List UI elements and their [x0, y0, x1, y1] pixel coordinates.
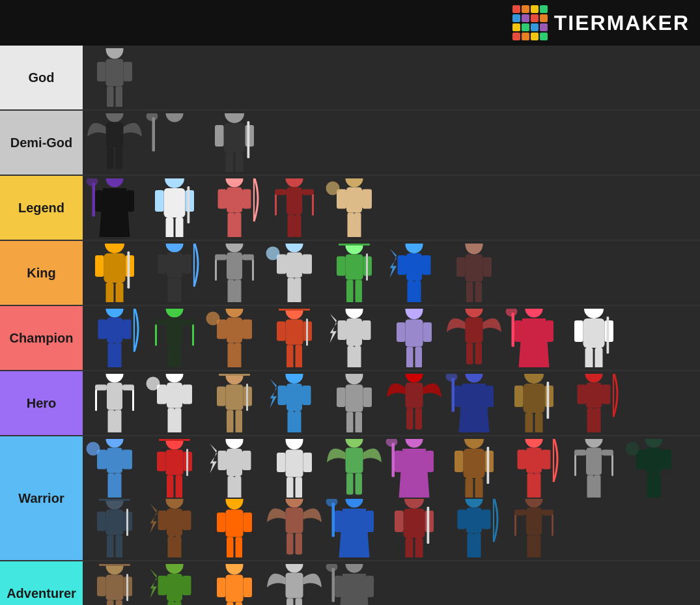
- character-slot[interactable]: [145, 499, 204, 557]
- character-slot[interactable]: [325, 309, 384, 367]
- character-slot[interactable]: [205, 499, 264, 557]
- character-slot[interactable]: [445, 499, 503, 557]
- character-slot[interactable]: [85, 309, 144, 367]
- svg-rect-255: [356, 473, 363, 495]
- character-slot[interactable]: [145, 374, 204, 432]
- svg-rect-144: [406, 320, 423, 347]
- character-slot[interactable]: [145, 178, 204, 237]
- character-slot[interactable]: [205, 374, 264, 432]
- svg-rect-74: [242, 255, 254, 260]
- svg-rect-313: [287, 533, 294, 555]
- character-slot[interactable]: [385, 374, 443, 432]
- svg-rect-251: [296, 477, 303, 498]
- character-slot[interactable]: [265, 244, 324, 302]
- character-slot[interactable]: [385, 244, 443, 302]
- character-slot[interactable]: [85, 113, 144, 172]
- svg-rect-109: [122, 320, 132, 339]
- svg-rect-101: [466, 255, 483, 282]
- character-slot[interactable]: [85, 178, 144, 237]
- svg-rect-17: [215, 125, 224, 147]
- character-slot[interactable]: [145, 439, 204, 498]
- svg-rect-71: [227, 253, 242, 280]
- svg-point-224: [106, 439, 124, 448]
- character-slot[interactable]: [205, 178, 264, 237]
- character-slot[interactable]: [145, 113, 204, 172]
- character-slot[interactable]: [145, 564, 204, 605]
- character-slot[interactable]: [505, 499, 563, 557]
- svg-rect-39: [234, 213, 242, 238]
- character-slot[interactable]: [85, 564, 144, 605]
- character-slot[interactable]: [385, 309, 443, 367]
- character-slot[interactable]: [85, 244, 144, 302]
- svg-rect-280: [611, 455, 613, 476]
- character-slot[interactable]: [385, 499, 443, 557]
- character-slot[interactable]: [325, 499, 384, 557]
- character-slot[interactable]: [265, 309, 324, 367]
- character-slot[interactable]: [85, 439, 144, 498]
- character-slot[interactable]: [565, 439, 623, 498]
- character-slot[interactable]: [85, 48, 144, 107]
- svg-point-0: [106, 48, 124, 59]
- svg-point-22: [106, 178, 124, 188]
- svg-point-315: [346, 499, 363, 508]
- character-slot[interactable]: [145, 244, 204, 302]
- character-slot[interactable]: [445, 374, 503, 432]
- svg-rect-346: [97, 577, 106, 597]
- svg-rect-362: [236, 602, 243, 606]
- svg-point-26: [87, 178, 98, 186]
- svg-rect-1: [106, 59, 124, 87]
- character-slot[interactable]: [505, 439, 563, 498]
- svg-rect-174: [167, 383, 182, 408]
- svg-rect-300: [167, 509, 182, 536]
- svg-point-15: [225, 113, 244, 123]
- svg-rect-284: [646, 448, 662, 473]
- svg-point-268: [525, 439, 543, 448]
- character-slot[interactable]: [205, 309, 264, 367]
- character-slot[interactable]: [325, 439, 384, 498]
- character-slot[interactable]: [325, 374, 384, 432]
- character-slot[interactable]: [385, 439, 443, 498]
- character-slot[interactable]: [445, 244, 503, 302]
- character-slot[interactable]: [85, 374, 144, 432]
- svg-rect-92: [356, 280, 363, 303]
- svg-rect-237: [167, 475, 174, 498]
- character-slot[interactable]: [325, 178, 384, 237]
- character-slot[interactable]: [265, 374, 324, 432]
- svg-rect-37: [242, 190, 251, 209]
- character-slot[interactable]: [265, 178, 324, 237]
- svg-point-6: [106, 113, 124, 122]
- svg-rect-208: [452, 378, 455, 412]
- svg-rect-164: [607, 317, 609, 354]
- character-slot[interactable]: [265, 439, 324, 498]
- character-slot[interactable]: [205, 244, 264, 302]
- character-slot[interactable]: [624, 439, 683, 498]
- svg-rect-98: [408, 281, 415, 302]
- character-slot[interactable]: [325, 244, 384, 302]
- svg-point-100: [466, 244, 483, 255]
- svg-point-305: [226, 499, 244, 510]
- character-slot[interactable]: [565, 309, 623, 367]
- character-slot[interactable]: [505, 309, 563, 367]
- svg-point-371: [326, 564, 338, 572]
- svg-point-252: [346, 439, 363, 448]
- svg-point-14: [147, 113, 158, 121]
- character-slot[interactable]: [205, 113, 264, 172]
- svg-rect-266: [475, 478, 483, 498]
- svg-rect-88: [346, 255, 363, 280]
- character-slot[interactable]: [565, 374, 623, 432]
- svg-rect-188: [246, 384, 248, 411]
- svg-rect-262: [464, 449, 485, 478]
- svg-rect-249: [303, 453, 313, 472]
- character-slot[interactable]: [325, 564, 384, 605]
- character-slot[interactable]: [205, 564, 264, 605]
- character-slot[interactable]: [445, 439, 503, 498]
- character-slot[interactable]: [265, 564, 324, 605]
- character-slot[interactable]: [145, 309, 204, 367]
- character-slot[interactable]: [85, 499, 144, 557]
- svg-rect-110: [108, 343, 115, 368]
- character-slot[interactable]: [265, 499, 324, 557]
- character-slot[interactable]: [205, 439, 264, 498]
- character-slot[interactable]: [445, 309, 503, 367]
- character-slot[interactable]: [505, 374, 563, 432]
- svg-rect-89: [337, 257, 346, 276]
